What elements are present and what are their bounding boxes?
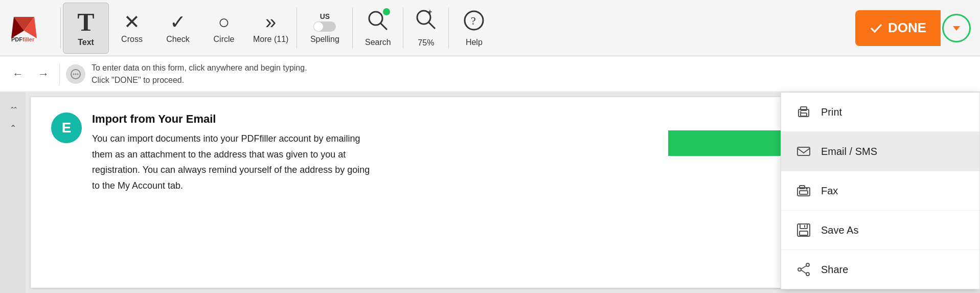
circle-icon: ○ [218, 12, 230, 32]
print-label: Print [821, 106, 842, 118]
tool-text[interactable]: T Text [63, 3, 109, 54]
email-sms-label: Email / SMS [821, 146, 877, 157]
tool-more-label: More (11) [253, 35, 288, 44]
svg-text:PDFfiller: PDFfiller [11, 36, 35, 42]
svg-line-34 [801, 266, 806, 269]
svg-rect-28 [800, 231, 808, 235]
tool-circle-label: Circle [214, 35, 235, 44]
tool-help[interactable]: ? Help [451, 3, 497, 54]
toolbar-divider-4 [403, 8, 403, 49]
toolbar-divider-1 [60, 8, 61, 49]
svg-point-20 [800, 111, 802, 113]
tool-search[interactable]: Search [355, 3, 401, 54]
info-bar-divider [59, 64, 60, 84]
email-icon [795, 143, 812, 160]
search-icon-wrap [367, 9, 389, 35]
svg-rect-19 [801, 113, 807, 116]
dropdown-item-print[interactable]: Print [781, 93, 979, 132]
spelling-toggle-wrap: US [313, 12, 336, 32]
svg-line-5 [381, 24, 387, 30]
tool-check-label: Check [166, 35, 189, 44]
info-text: To enter data on this form, click anywhe… [92, 62, 307, 86]
help-icon: ? [463, 9, 485, 35]
tool-cross[interactable]: ✕ Cross [109, 3, 155, 54]
logo: PDFfiller [5, 13, 53, 43]
main-area: ⌃⌃ ⌃ E Import from Your Email You can im… [0, 92, 980, 293]
svg-rect-24 [800, 191, 808, 194]
info-line-2: Click "DONE" to proceed. [92, 74, 307, 86]
done-dropdown-button[interactable] [942, 14, 971, 42]
save-as-label: Save As [821, 224, 858, 236]
svg-text:?: ? [471, 14, 476, 27]
spelling-toggle[interactable] [313, 21, 336, 32]
svg-point-15 [77, 73, 79, 75]
spelling-label: Spelling [310, 35, 339, 44]
search-magnifier-icon [367, 9, 389, 35]
print-icon [795, 104, 812, 120]
done-label: DONE [888, 20, 926, 36]
tool-check[interactable]: ✓ Check [155, 3, 201, 54]
share-label: Share [821, 264, 848, 276]
svg-rect-27 [800, 224, 807, 229]
us-label: US [320, 12, 330, 20]
info-line-1: To enter data on this form, click anywhe… [92, 62, 307, 74]
left-controls: ⌃⌃ ⌃ [0, 92, 26, 293]
zoom-label: 75% [418, 38, 434, 48]
help-label: Help [466, 38, 483, 47]
email-text-block: Import from Your Email You can import do… [92, 112, 370, 193]
svg-rect-21 [797, 147, 810, 155]
toolbar-divider-2 [297, 8, 297, 49]
toolbar-divider-5 [448, 8, 449, 49]
toolbar-divider-3 [352, 8, 353, 49]
dropdown-menu: Print Email / SMS Fax [781, 92, 980, 289]
cross-icon: ✕ [124, 12, 140, 32]
spelling-tool[interactable]: US Spelling [299, 3, 350, 54]
svg-point-30 [806, 263, 809, 266]
redo-button[interactable]: → [34, 65, 53, 83]
save-icon [795, 222, 812, 238]
svg-point-4 [369, 12, 382, 25]
svg-point-31 [806, 273, 809, 276]
info-bar: ← → To enter data on this form, click an… [0, 56, 980, 92]
svg-text:+: + [428, 8, 432, 16]
text-icon: T [77, 9, 94, 35]
check-icon: ✓ [170, 12, 186, 32]
zoom-tool[interactable]: + 75% [405, 3, 446, 54]
svg-point-14 [75, 73, 77, 75]
done-area: DONE [855, 10, 975, 46]
more-icon: » [265, 12, 276, 32]
tool-more[interactable]: » More (11) [247, 3, 294, 54]
done-button[interactable]: DONE [855, 10, 941, 46]
svg-line-33 [801, 270, 806, 274]
toggle-knob [314, 22, 323, 31]
dropdown-item-share[interactable]: Share [781, 250, 979, 289]
search-label: Search [365, 38, 391, 47]
info-bubble-icon [66, 64, 85, 84]
green-dot-indicator [383, 8, 390, 15]
tool-circle[interactable]: ○ Circle [201, 3, 247, 54]
tool-cross-label: Cross [121, 35, 143, 44]
tool-text-label: Text [78, 38, 94, 47]
scroll-top-button[interactable]: ⌃⌃ [4, 102, 22, 117]
zoom-icon: + [415, 8, 437, 35]
svg-marker-11 [953, 26, 960, 31]
avatar: E [51, 112, 82, 143]
dropdown-item-email-sms[interactable]: Email / SMS [781, 132, 979, 171]
svg-line-7 [429, 22, 435, 29]
dropdown-item-fax[interactable]: Fax [781, 171, 979, 211]
email-title: Import from Your Email [92, 112, 370, 126]
avatar-letter: E [62, 120, 72, 136]
svg-point-32 [798, 268, 801, 271]
toolbar: PDFfiller T Text ✕ Cross ✓ Check ○ Circl… [0, 0, 980, 56]
fax-label: Fax [821, 185, 838, 197]
dropdown-item-save-as[interactable]: Save As [781, 211, 979, 250]
svg-point-13 [73, 73, 75, 75]
share-icon [795, 261, 812, 278]
fax-icon [795, 183, 812, 199]
undo-button[interactable]: ← [8, 65, 28, 83]
scroll-up-button[interactable]: ⌃ [4, 121, 22, 135]
email-body: You can import documents into your PDFfi… [92, 131, 370, 193]
svg-point-25 [806, 188, 808, 190]
